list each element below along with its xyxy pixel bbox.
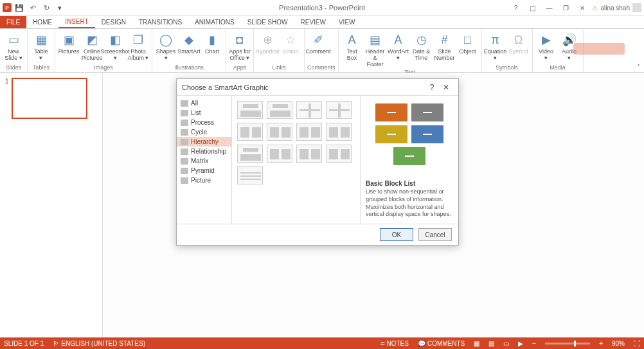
category-picture[interactable]: Picture (177, 175, 231, 185)
shapes-button[interactable]: ◯Shapes ▾ (155, 30, 177, 62)
category-label: Process (191, 119, 214, 126)
photo-album-button[interactable]: ❐Photo Album ▾ (127, 30, 149, 62)
table-button[interactable]: ▦Table ▾ (30, 30, 52, 62)
slide-canvas[interactable]: Choose a SmartArt Graphic ? ✕ AllListPro… (103, 73, 644, 337)
tab-transitions[interactable]: TRANSITIONS (132, 16, 188, 28)
user-warning-icon: ⚠ (592, 4, 598, 12)
minimize-icon[interactable]: — (542, 2, 556, 13)
category-pyramid[interactable]: Pyramid (177, 166, 231, 175)
smartart-dialog: Choose a SmartArt Graphic ? ✕ AllListPro… (176, 78, 459, 246)
tab-home[interactable]: HOME (26, 16, 58, 28)
group-apps: ◘Apps for Office ▾Apps (226, 29, 254, 72)
layout-thumb[interactable] (237, 166, 263, 184)
layout-thumb[interactable] (296, 123, 322, 141)
tab-animations[interactable]: ANIMATIONS (188, 16, 240, 28)
sign-in-pill[interactable] (573, 43, 625, 55)
ok-button[interactable]: OK (380, 228, 413, 241)
category-cycle[interactable]: Cycle (177, 127, 231, 137)
category-process[interactable]: Process (177, 118, 231, 127)
tab-slide-show[interactable]: SLIDE SHOW (241, 16, 294, 28)
user-avatar[interactable] (632, 3, 641, 12)
video-button[interactable]: ▶Video ▾ (535, 30, 557, 62)
cancel-button[interactable]: Cancel (418, 228, 452, 241)
layout-thumb[interactable] (267, 145, 292, 163)
pictures-icon: ▣ (61, 32, 76, 48)
status-notes[interactable]: ≐ NOTES (380, 340, 409, 347)
app-icon: P (3, 3, 12, 12)
category-hierarchy[interactable]: Hierarchy (177, 137, 231, 147)
qat-more-icon[interactable]: ▾ (54, 2, 66, 13)
view-reading-icon[interactable]: ▭ (503, 340, 509, 347)
help-icon[interactable]: ? (508, 2, 523, 13)
user-name[interactable]: alina shah (600, 4, 630, 12)
layout-thumb[interactable] (237, 101, 263, 119)
zoom-slider[interactable] (545, 343, 590, 345)
chart-button[interactable]: ▮Chart (201, 30, 223, 55)
category-all[interactable]: All (177, 98, 231, 108)
group-symbols: πEquation ▾ΩSymbolSymbols (482, 29, 533, 72)
status-slide[interactable]: SLIDE 1 OF 1 (4, 340, 44, 347)
close-icon[interactable]: ✕ (575, 2, 589, 13)
zoom-out-icon[interactable]: − (532, 340, 536, 347)
header-footer-button[interactable]: ▤Header & Footer (364, 30, 386, 68)
table-label: Table ▾ (34, 49, 48, 62)
comment-button[interactable]: ✐Comment (307, 30, 329, 55)
layout-thumb[interactable] (237, 123, 263, 141)
category-relationship[interactable]: Relationship (177, 147, 231, 156)
layout-thumb[interactable] (296, 101, 322, 119)
apps-for-office-label: Apps for Office ▾ (229, 49, 251, 62)
restore-icon[interactable]: ❐ (559, 2, 573, 13)
layout-thumb[interactable] (237, 145, 263, 163)
undo-icon[interactable]: ↶ (27, 2, 39, 13)
fit-to-window-icon[interactable]: ⛶ (634, 340, 640, 347)
pictures-button[interactable]: ▣Pictures (58, 30, 80, 55)
layout-thumb[interactable] (326, 145, 352, 163)
slide-number: 1 (5, 78, 9, 119)
object-button[interactable]: □Object (457, 30, 479, 55)
tab-file[interactable]: FILE (0, 16, 26, 28)
online-pictures-label: Online Pictures (82, 49, 103, 62)
layout-thumb[interactable] (326, 101, 352, 119)
layout-thumb[interactable] (267, 123, 292, 141)
status-language[interactable]: 🏳 ENGLISH (UNITED STATES) (53, 340, 145, 347)
slide-number-button[interactable]: #Slide Number (434, 30, 456, 62)
layout-thumb[interactable] (296, 145, 322, 163)
zoom-in-icon[interactable]: + (599, 340, 603, 347)
text-box-label: Text Box (346, 49, 357, 62)
group-text: AText Box▤Header & FooterAWordArt ▾◷Date… (339, 29, 482, 72)
online-pictures-button[interactable]: ◩Online Pictures (81, 30, 103, 62)
layout-thumb[interactable] (326, 123, 352, 141)
equation-button[interactable]: πEquation ▾ (485, 30, 506, 62)
redo-icon[interactable]: ↻ (40, 2, 52, 13)
category-icon (181, 148, 188, 155)
tab-review[interactable]: REVIEW (294, 16, 332, 28)
smartart-button[interactable]: ◆SmartArt (178, 30, 200, 55)
wordart-button[interactable]: AWordArt ▾ (388, 30, 409, 62)
layout-thumb[interactable] (267, 101, 292, 119)
display-options-icon[interactable]: ▢ (525, 2, 539, 13)
dialog-help-icon[interactable]: ? (425, 83, 439, 92)
tab-insert[interactable]: INSERT (58, 16, 95, 28)
category-icon (181, 177, 188, 184)
text-box-button[interactable]: AText Box (341, 30, 363, 62)
screenshot-button[interactable]: ◧Screenshot ▾ (104, 30, 126, 62)
date-time-icon: ◷ (414, 32, 429, 48)
save-icon[interactable]: 💾 (13, 2, 25, 13)
slide-thumbnail[interactable] (12, 78, 87, 119)
apps-for-office-button[interactable]: ◘Apps for Office ▾ (229, 30, 251, 62)
collapse-ribbon-icon[interactable]: ˄ (637, 64, 640, 71)
date-time-button[interactable]: ◷Date & Time (411, 30, 433, 62)
tab-design[interactable]: DESIGN (95, 16, 132, 28)
dialog-titlebar: Choose a SmartArt Graphic ? ✕ (177, 79, 458, 96)
dialog-close-icon[interactable]: ✕ (439, 83, 453, 92)
tab-view[interactable]: VIEW (332, 16, 362, 28)
view-normal-icon[interactable]: ▦ (474, 340, 479, 347)
status-comments[interactable]: 💬 COMMENTS (418, 340, 465, 347)
category-matrix[interactable]: Matrix (177, 156, 231, 166)
view-slideshow-icon[interactable]: ▶ (518, 340, 523, 347)
new-slide-button[interactable]: ▭New Slide ▾ (3, 30, 24, 62)
category-list[interactable]: List (177, 108, 231, 118)
view-sorter-icon[interactable]: ▤ (488, 340, 494, 347)
group-links: ⊕Hyperlink☆ActionLinks (254, 29, 305, 72)
zoom-level[interactable]: 90% (612, 340, 625, 347)
